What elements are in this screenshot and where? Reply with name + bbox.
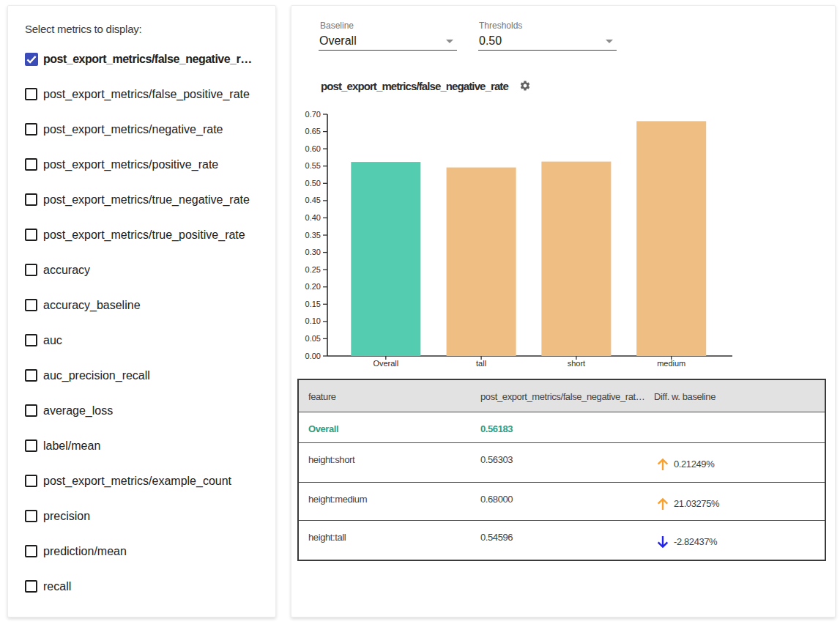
svg-text:0.70: 0.70 xyxy=(305,110,321,119)
svg-text:0.20: 0.20 xyxy=(305,282,321,291)
svg-text:0.00: 0.00 xyxy=(305,352,321,360)
svg-text:0.40: 0.40 xyxy=(305,213,321,222)
svg-text:medium: medium xyxy=(657,359,685,368)
svg-text:short: short xyxy=(568,359,585,368)
svg-text:0.60: 0.60 xyxy=(305,144,321,153)
svg-text:0.65: 0.65 xyxy=(305,127,321,136)
svg-text:0.55: 0.55 xyxy=(305,161,321,170)
svg-text:Overall: Overall xyxy=(373,359,398,368)
svg-text:0.10: 0.10 xyxy=(305,316,321,325)
svg-text:0.50: 0.50 xyxy=(305,179,321,188)
svg-text:0.45: 0.45 xyxy=(305,196,321,204)
svg-text:0.35: 0.35 xyxy=(305,231,321,240)
svg-text:tall: tall xyxy=(476,359,486,368)
svg-text:0.30: 0.30 xyxy=(305,248,321,256)
svg-text:0.15: 0.15 xyxy=(305,300,321,308)
svg-text:0.25: 0.25 xyxy=(305,265,321,274)
svg-text:0.05: 0.05 xyxy=(305,334,321,343)
